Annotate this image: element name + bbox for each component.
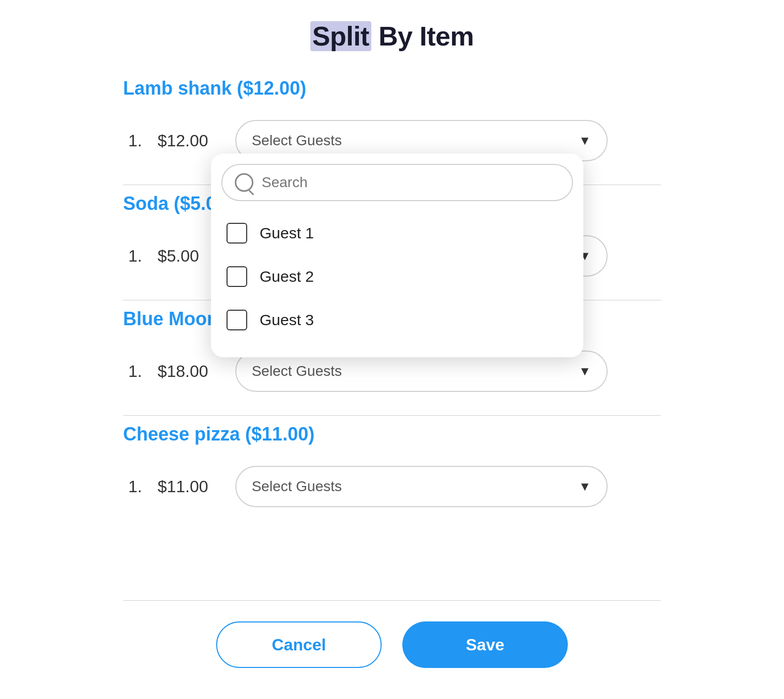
page-title: Split By Item [123,21,661,52]
item-number: 1. [128,247,142,266]
dropdown-placeholder: Select Guests [252,363,342,379]
chevron-down-icon: ▼ [579,479,591,494]
guest-3-label: Guest 3 [260,311,314,329]
cancel-button[interactable]: Cancel [216,621,382,668]
item-section-lamb-shank: Lamb shank ($12.00) 1. $12.00 Select Gue… [123,78,661,172]
item-section-cheese-pizza: Cheese pizza ($11.00) 1. $11.00 Select G… [123,423,661,518]
item-price: $18.00 [158,362,220,381]
search-icon [235,173,253,192]
item-header-cheese-pizza: Cheese pizza ($11.00) [123,423,661,445]
guest-option-1[interactable]: Guest 1 [221,211,573,255]
guest-1-checkbox[interactable] [227,223,247,244]
item-number: 1. [128,131,142,150]
guest-2-label: Guest 2 [260,268,314,285]
dropdown-placeholder: Select Guests [252,132,342,149]
guest-3-checkbox[interactable] [227,310,247,330]
guest-1-label: Guest 1 [260,224,314,242]
divider-3 [123,415,661,416]
footer: Cancel Save [123,600,661,668]
title-highlight: Split [310,21,371,51]
guest-2-checkbox[interactable] [227,266,247,287]
item-number: 1. [128,362,142,381]
search-box [221,164,573,201]
dropdown-popup: Guest 1 Guest 2 Guest 3 [211,154,583,357]
item-price: $12.00 [158,131,220,150]
item-row-cheese-pizza: 1. $11.00 Select Guests ▼ [123,455,661,518]
search-input[interactable] [262,174,560,191]
guest-option-2[interactable]: Guest 2 [221,255,573,298]
item-row-wrapper-lamb-shank: 1. $12.00 Select Guests ▼ Guest 1 [123,110,661,172]
item-price: $11.00 [158,477,220,496]
item-header-lamb-shank: Lamb shank ($12.00) [123,78,661,99]
select-guests-dropdown-cheese-pizza[interactable]: Select Guests ▼ [235,466,608,507]
chevron-down-icon: ▼ [579,133,591,148]
save-button[interactable]: Save [402,621,568,668]
dropdown-placeholder: Select Guests [252,478,342,495]
item-price: $5.00 [158,247,220,266]
guest-option-3[interactable]: Guest 3 [221,298,573,342]
modal-container: Split By Item Lamb shank ($12.00) 1. $12… [92,0,692,699]
item-number: 1. [128,477,142,496]
chevron-down-icon: ▼ [579,364,591,378]
